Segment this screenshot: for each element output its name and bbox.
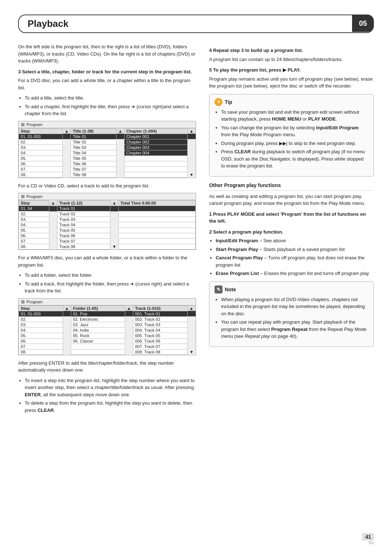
wma-step-arrow: [63, 316, 71, 322]
wma-folder-cell: 04. Indie: [71, 327, 125, 333]
wma-folder-arrow: [125, 344, 133, 349]
wma-table-body: 01. 01-003 01. Pop 001. Track 01 02. 02.…: [19, 311, 196, 355]
press1-heading: 1 Press PLAY MODE and select 'Program' f…: [209, 211, 374, 225]
cd-time-cell: [118, 211, 196, 217]
wma-table-row: 02. 02. Electronic 002. Track 02: [19, 316, 196, 322]
dvd-title-arrow: [116, 145, 124, 150]
chapter-number: 05: [352, 15, 374, 32]
dvd-step-arrow: [63, 166, 71, 172]
select2-bullet-2: Start Program Play – Starts playback of …: [216, 246, 374, 253]
cd-step-cell: 06.: [19, 233, 49, 239]
wma-track-arrow: [187, 327, 195, 333]
wma-table-row: 01. 01-003 01. Pop 001. Track 01: [19, 311, 196, 316]
cd-step-arrow: [49, 211, 57, 217]
wma-step-arrow: [63, 349, 71, 355]
wma-table-row: 07. 007. Track 07: [19, 344, 196, 349]
tip-bullet-2: You can change the program list by selec…: [221, 124, 368, 138]
dvd-table-row: 07. Title 07: [19, 166, 196, 172]
dvd-title-cell: Title 06: [71, 161, 116, 166]
dvd-col-chap-arrow: ▲: [187, 128, 195, 134]
wma-step-cell: 02.: [19, 316, 63, 322]
wma-program-icon: ⊞: [21, 299, 25, 304]
note-box: ✎ Note When playing a program list of DV…: [209, 281, 374, 347]
wma-track-cell: 005. Track 05: [133, 333, 187, 338]
dvd-table-row: 02. Title 02 Chapter 002: [19, 139, 196, 145]
cd-track-arrow: ▼: [110, 244, 118, 250]
wma-track-arrow: [187, 333, 195, 338]
wma-step-cell: 03.: [19, 322, 63, 327]
intro-text: On the left side is the program list, th…: [18, 43, 196, 65]
dvd-chapter-cell: [124, 155, 188, 161]
wma-track-arrow: [187, 344, 195, 349]
wma-col-folder: Folder (1-05): [71, 305, 125, 311]
wma-folder-cell: 06. Classic: [71, 338, 125, 344]
cd-program-icon: ⊞: [21, 194, 25, 199]
wma-folder-arrow: [125, 349, 133, 355]
cd-track-arrow: [110, 233, 118, 239]
dvd-col-step: Step: [19, 128, 63, 134]
wma-table-row: 08. 008. Track 08 ▼: [19, 349, 196, 355]
content-area: On the left side is the program list, th…: [18, 43, 374, 417]
tip-bullet-3: During program play, press ▶▶| to skip t…: [221, 140, 368, 147]
cd-track-cell: Track 03: [57, 217, 110, 222]
dvd-table-row: 08. Title 08 ▼: [19, 172, 196, 177]
dvd-step-cell: 07.: [19, 166, 63, 172]
dvd-chap-arrow: [187, 166, 195, 172]
cd-arrow-1: ▲: [49, 200, 57, 206]
note-header: ✎ Note: [215, 285, 368, 293]
wma-bullets: To add a folder, select the folder. To a…: [25, 272, 196, 295]
dvd-step-arrow: [63, 150, 71, 155]
wma-folder-arrow: [125, 311, 133, 316]
cd-table-row: 01. 04 Track 01: [19, 206, 196, 211]
wma-bullet-1: To add a folder, select the folder.: [25, 272, 196, 279]
wma-folder-arrow: [125, 333, 133, 338]
cd-table-title: Program: [26, 194, 42, 199]
cd-table-title-bar: ⊞ Program: [19, 193, 196, 200]
cd-step-cell: 04.: [19, 222, 49, 228]
cd-track-arrow: [110, 206, 118, 211]
cd-track-cell: Track 07: [57, 239, 110, 244]
page-title: Playback: [28, 18, 69, 29]
wma-table-row: 06. 06. Classic 006. Track 06: [19, 338, 196, 344]
other-program-heading: Other Program play functions: [209, 182, 374, 191]
dvd-col-chapter: Chapter (1-004): [124, 128, 188, 134]
dvd-program-table: ⊞ Program Step ▲ Title (1-38) ▲ Chapter …: [18, 121, 196, 178]
right-column: 4 Repeat step 3 to build up a program li…: [209, 43, 374, 417]
wma-step-cell: 04.: [19, 327, 63, 333]
wma-step-arrow: [63, 327, 71, 333]
dvd-step-arrow: [63, 161, 71, 166]
dvd-title-arrow: [116, 139, 124, 145]
note-bullet-1: When playing a program list of DVD-Video…: [221, 296, 368, 317]
wma-track-cell: 001. Track 01: [133, 311, 187, 316]
dvd-col-title-arrow: ▲: [116, 128, 124, 134]
wma-track-cell: 007. Track 07: [133, 344, 187, 349]
cd-time-cell: [118, 239, 196, 244]
tip-bullet-4: Press CLEAR during playback to switch of…: [221, 148, 368, 170]
cd-track-cell: Track 05: [57, 228, 110, 233]
left-column: On the left side is the program list, th…: [18, 43, 196, 417]
cd-table: Step ▲ Track (1-12) ▲ Total Time 0.00.00…: [19, 200, 196, 250]
wma-step-cell: 08.: [19, 349, 63, 355]
dvd-title-cell: Title 07: [71, 166, 116, 172]
wma-track-arrow: [187, 316, 195, 322]
cd-time-cell: [118, 233, 196, 239]
dvd-title-cell: Title 02: [71, 139, 116, 145]
tip-box: ✦ Tip To save your program list and exit…: [209, 94, 374, 177]
dvd-step-cell: 08.: [19, 172, 63, 177]
step5-heading: 5 To play the program list, press ▶ PLAY…: [209, 66, 374, 74]
cd-table-row: 02. Track 02: [19, 211, 196, 217]
cd-step-cell: 07.: [19, 239, 49, 244]
dvd-step-arrow: [63, 172, 71, 177]
tip-header: ✦ Tip: [215, 98, 368, 106]
cd-step-cell: 02.: [19, 211, 49, 217]
dvd-table-row: 06. Title 06: [19, 161, 196, 166]
select2-bullets: Input/Edit Program – See above Start Pro…: [216, 237, 374, 277]
cd-track-arrow: [110, 222, 118, 228]
dvd-col-title: Title (1-38): [71, 128, 116, 134]
dvd-title-cell: Title 04: [71, 150, 116, 155]
step3-heading: 3 Select a title, chapter, folder or tra…: [18, 68, 196, 76]
dvd-chap-arrow: [187, 150, 195, 155]
dvd-title-cell: Title 05: [71, 155, 116, 161]
wma-arrow-2: ▲: [125, 305, 133, 311]
wma-intro: For a WMA/MP3 disc, you can add a whole …: [18, 254, 196, 268]
